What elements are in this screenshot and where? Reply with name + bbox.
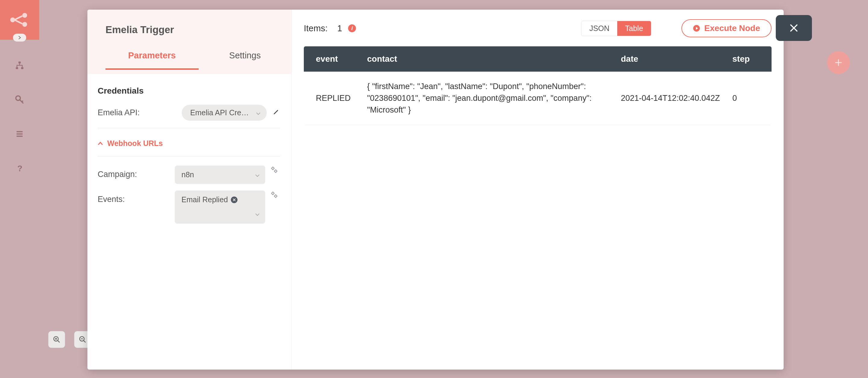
node-editor-modal: Emelia Trigger Parameters Settings Crede… <box>87 10 784 370</box>
edit-credential-button[interactable] <box>273 108 280 117</box>
node-config-panel: Emelia Trigger Parameters Settings Crede… <box>87 10 292 370</box>
credential-select[interactable]: Emelia API Creden … <box>182 105 267 121</box>
chevron-right-icon <box>18 36 22 39</box>
param-campaign-row: Campaign: n8n <box>98 166 280 184</box>
play-icon <box>693 25 700 32</box>
credential-row: Emelia API: Emelia API Creden … <box>98 105 280 121</box>
svg-rect-3 <box>19 62 21 64</box>
event-tag: Email Replied <box>181 195 238 204</box>
events-label: Events: <box>98 191 175 204</box>
col-contact-header: contact <box>367 54 621 64</box>
webhook-label: Webhook URLs <box>107 139 163 148</box>
chevron-down-icon <box>256 108 261 117</box>
cell-date: 2021-04-14T12:02:40.042Z <box>621 81 733 116</box>
app-logo[interactable] <box>0 0 39 40</box>
cell-event: REPLIED <box>316 81 367 116</box>
svg-rect-5 <box>21 67 24 69</box>
gear-icon <box>270 191 278 199</box>
svg-point-13 <box>275 195 277 197</box>
zoom-out-icon <box>79 336 87 343</box>
workflow-icon <box>10 12 30 27</box>
close-icon <box>789 23 799 33</box>
col-step-header: step <box>733 54 760 64</box>
chevron-up-icon <box>98 141 103 146</box>
webhook-urls-toggle[interactable]: Webhook URLs <box>98 137 280 157</box>
svg-point-2 <box>22 22 27 27</box>
event-tag-label: Email Replied <box>181 195 228 204</box>
remove-tag-button[interactable] <box>231 197 238 203</box>
executions-icon[interactable] <box>15 129 24 140</box>
credential-label: Emelia API: <box>98 108 140 117</box>
svg-point-1 <box>22 13 27 18</box>
zoom-in-icon <box>53 336 61 343</box>
zoom-controls <box>48 331 91 348</box>
output-table: event contact date step REPLIED { "first… <box>304 46 772 125</box>
tab-parameters[interactable]: Parameters <box>105 50 198 70</box>
table-header: event contact date step <box>304 46 772 72</box>
campaign-options-button[interactable] <box>270 166 278 176</box>
panel-body: Credentials Emelia API: Emelia API Crede… <box>87 74 291 230</box>
workflows-icon[interactable] <box>15 61 24 71</box>
close-modal-button[interactable] <box>776 15 812 41</box>
svg-rect-4 <box>16 67 19 69</box>
items-count: Items: 1 i <box>304 24 356 33</box>
credentials-heading: Credentials <box>98 86 280 96</box>
gear-icon <box>270 166 278 174</box>
campaign-label: Campaign: <box>98 166 175 179</box>
table-row[interactable]: REPLIED { "firstName": "Jean", "lastName… <box>304 72 772 125</box>
divider <box>98 128 280 128</box>
svg-point-10 <box>272 167 274 169</box>
events-select[interactable]: Email Replied <box>175 191 265 224</box>
svg-point-11 <box>275 170 277 172</box>
output-toolbar: Items: 1 i JSON Table Execute Node <box>304 19 772 37</box>
zoom-in-button[interactable] <box>48 331 65 348</box>
sidebar-collapse-button[interactable] <box>13 34 26 41</box>
execute-node-button[interactable]: Execute Node <box>681 19 772 37</box>
pencil-icon <box>273 108 280 115</box>
chevron-down-icon <box>255 170 260 179</box>
help-icon[interactable]: ? <box>15 164 24 174</box>
close-icon <box>233 198 236 201</box>
tab-settings[interactable]: Settings <box>198 50 292 70</box>
view-json-button[interactable]: JSON <box>581 21 617 36</box>
node-title: Emelia Trigger <box>105 24 291 36</box>
cell-step: 0 <box>733 81 760 116</box>
info-icon[interactable]: i <box>348 24 356 32</box>
chevron-down-icon <box>255 209 260 218</box>
add-node-button[interactable] <box>827 51 850 74</box>
view-toggle: JSON Table <box>581 21 651 36</box>
node-output-panel: Items: 1 i JSON Table Execute Node event… <box>292 10 784 370</box>
plus-icon <box>834 58 843 67</box>
app-sidebar: ? <box>0 0 39 378</box>
cell-contact: { "firstName": "Jean", "lastName": "Dupo… <box>367 81 621 116</box>
col-date-header: date <box>621 54 733 64</box>
col-event-header: event <box>316 54 367 64</box>
svg-point-0 <box>10 18 15 22</box>
node-header: Emelia Trigger Parameters Settings <box>87 10 291 74</box>
view-table-button[interactable]: Table <box>617 21 651 36</box>
credentials-icon[interactable] <box>15 95 24 105</box>
node-tabs: Parameters Settings <box>105 50 291 70</box>
campaign-select[interactable]: n8n <box>175 166 265 184</box>
sidebar-nav: ? <box>15 61 24 174</box>
param-events-row: Events: Email Replied <box>98 191 280 224</box>
svg-point-12 <box>272 192 274 195</box>
svg-text:?: ? <box>18 164 23 173</box>
events-options-button[interactable] <box>270 191 278 201</box>
